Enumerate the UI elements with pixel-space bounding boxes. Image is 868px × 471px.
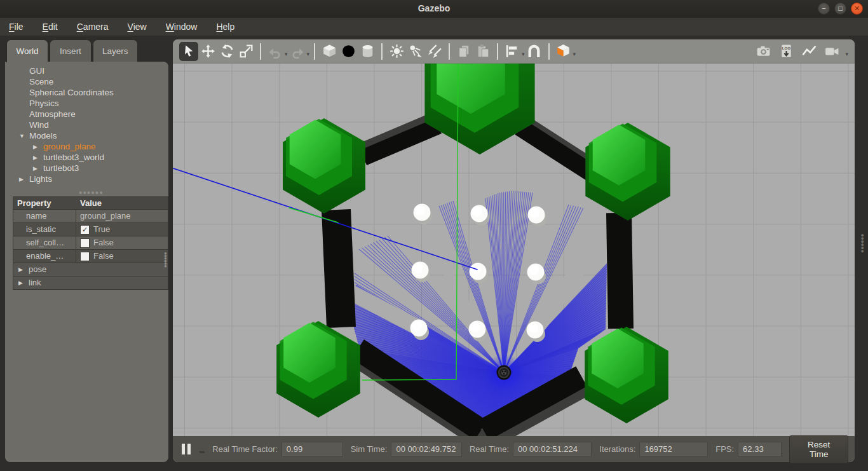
menu-window[interactable]: Window xyxy=(166,22,198,32)
panel-scroll-handle[interactable]: ●●●●●● xyxy=(164,252,166,268)
window-splitter-handle[interactable]: ●●●●●● xyxy=(861,234,864,253)
tree-item-physics[interactable]: Physics xyxy=(5,98,168,109)
tree-item-gui[interactable]: GUI xyxy=(5,65,168,76)
redo-button[interactable] xyxy=(288,42,307,61)
align-button[interactable] xyxy=(503,42,522,61)
property-row-enable_[interactable]: enable_…False xyxy=(13,250,168,263)
panel-splitter-handle[interactable]: ●●●●●● xyxy=(79,191,102,194)
scene-3d-view[interactable] xyxy=(173,64,855,436)
scale-icon xyxy=(238,43,254,59)
tree-item-ground-plane[interactable]: ▶ground_plane xyxy=(5,141,168,152)
expand-arrow-icon[interactable]: ▶ xyxy=(33,153,37,163)
pause-button[interactable] xyxy=(180,442,192,456)
tree-item-wind[interactable]: Wind xyxy=(5,119,168,130)
paste-button[interactable] xyxy=(473,42,492,61)
tree-item-scene[interactable]: Scene xyxy=(5,76,168,87)
copy-icon xyxy=(456,43,472,59)
menu-edit[interactable]: Edit xyxy=(43,22,58,32)
expand-arrow-icon[interactable]: ▶ xyxy=(18,263,23,276)
property-row-self_coll[interactable]: self_coll…False xyxy=(13,236,168,250)
dirlight-icon xyxy=(427,43,443,59)
snap-icon xyxy=(526,43,542,59)
tree-item-spherical-coordinates[interactable]: Spherical Coordinates xyxy=(5,87,168,98)
move-icon xyxy=(200,43,216,59)
expand-arrow-icon[interactable]: ▶ xyxy=(33,163,37,174)
turtlebot3-robot[interactable] xyxy=(497,365,512,380)
close-button[interactable]: ✕ xyxy=(851,3,863,15)
video-record-button[interactable] xyxy=(822,42,841,61)
render-viewport[interactable]: ▾▾▾▾LOG▾ Real Time Factor:0.99Sim Time:0… xyxy=(173,39,855,462)
spot-light-button[interactable] xyxy=(406,42,425,61)
arena-wall-2[interactable] xyxy=(336,210,341,327)
status-label-1: Sim Time: xyxy=(351,444,388,454)
left-panel-tabs: WorldInsertLayers xyxy=(6,39,138,62)
translate-tool[interactable] xyxy=(198,42,217,61)
tab-world[interactable]: World xyxy=(6,39,48,62)
camera-frustum-horizontal xyxy=(362,379,456,380)
snap-button[interactable] xyxy=(525,42,544,61)
rotate-icon xyxy=(219,43,235,59)
pause-icon xyxy=(182,444,185,454)
plot-button[interactable] xyxy=(799,42,818,61)
tree-item-atmosphere[interactable]: Atmosphere xyxy=(5,109,168,119)
insert-box-button[interactable] xyxy=(320,42,339,61)
expand-arrow-icon[interactable]: ▶ xyxy=(33,142,37,153)
insert-sphere-button[interactable] xyxy=(339,42,358,61)
undo-button[interactable] xyxy=(266,42,285,61)
expand-arrow-icon[interactable]: ▶ xyxy=(18,276,23,289)
tab-insert[interactable]: Insert xyxy=(50,39,92,62)
property-row-name[interactable]: nameground_plane xyxy=(13,210,168,223)
undo-button-dropdown-arrow-icon[interactable]: ▾ xyxy=(285,46,288,57)
tree-item-lights[interactable]: ▶Lights xyxy=(5,174,168,184)
tree-item-turtlebot3-world[interactable]: ▶turtlebot3_world xyxy=(5,152,168,163)
render-toolbar: ▾▾▾▾LOG▾ xyxy=(173,39,855,64)
align-button-dropdown-arrow-icon[interactable]: ▾ xyxy=(522,46,525,57)
cylinder-icon xyxy=(360,43,376,59)
sphere-icon xyxy=(341,43,356,59)
log-icon: LOG xyxy=(778,43,794,59)
scale-tool[interactable] xyxy=(236,42,255,61)
rotate-tool[interactable] xyxy=(217,42,236,61)
expand-arrow-icon[interactable]: ▶ xyxy=(19,174,24,185)
arena-wall-3[interactable] xyxy=(619,213,621,329)
view-angle-button-dropdown-arrow-icon[interactable]: ▾ xyxy=(573,46,576,57)
status-value-3: 169752 xyxy=(639,442,708,457)
screenshot-button[interactable] xyxy=(754,42,773,61)
plot-icon xyxy=(801,43,817,59)
step-button[interactable] xyxy=(200,451,205,453)
tab-layers[interactable]: Layers xyxy=(93,39,138,62)
property-table: PropertyValuenameground_planeis_static✓T… xyxy=(13,196,168,290)
checkbox-unchecked[interactable] xyxy=(80,238,90,248)
collapse-arrow-icon[interactable]: ▼ xyxy=(19,131,25,142)
title-bar[interactable]: Gazebo − □ ✕ xyxy=(0,0,868,18)
checkbox-checked[interactable]: ✓ xyxy=(80,225,90,235)
maximize-button[interactable]: □ xyxy=(834,3,846,15)
minimize-button[interactable]: − xyxy=(818,3,830,15)
toolbar-separator xyxy=(449,43,450,60)
insert-cylinder-button[interactable] xyxy=(358,42,377,61)
menu-view[interactable]: View xyxy=(128,22,147,32)
point-light-button[interactable] xyxy=(387,42,406,61)
reset-time-button[interactable]: Reset Time xyxy=(789,435,848,463)
view-angle-button[interactable] xyxy=(554,42,573,61)
directional-light-button[interactable] xyxy=(425,42,444,61)
status-label-2: Real Time: xyxy=(470,444,509,454)
status-value-4: 62.33 xyxy=(738,442,782,457)
video-record-button-dropdown-arrow-icon[interactable]: ▾ xyxy=(845,46,848,57)
select-tool[interactable] xyxy=(179,42,198,61)
menu-camera[interactable]: Camera xyxy=(77,22,109,32)
copy-button[interactable] xyxy=(454,42,473,61)
tree-item-turtlebot3[interactable]: ▶turtlebot3 xyxy=(5,163,168,174)
property-row-link[interactable]: ▶link xyxy=(13,276,168,289)
menu-help[interactable]: Help xyxy=(216,22,234,32)
video-icon xyxy=(824,43,840,59)
property-row-is_static[interactable]: is_static✓True xyxy=(13,223,168,236)
viewcube-icon xyxy=(555,43,571,59)
status-value-2: 00 00:02:51.224 xyxy=(513,442,592,457)
property-row-pose[interactable]: ▶pose xyxy=(13,263,168,276)
log-record-button[interactable]: LOG xyxy=(776,42,796,61)
redo-button-dropdown-arrow-icon[interactable]: ▾ xyxy=(307,46,310,57)
menu-file[interactable]: File xyxy=(9,22,24,32)
tree-item-models[interactable]: ▼Models xyxy=(5,130,168,141)
checkbox-unchecked[interactable] xyxy=(80,252,90,261)
